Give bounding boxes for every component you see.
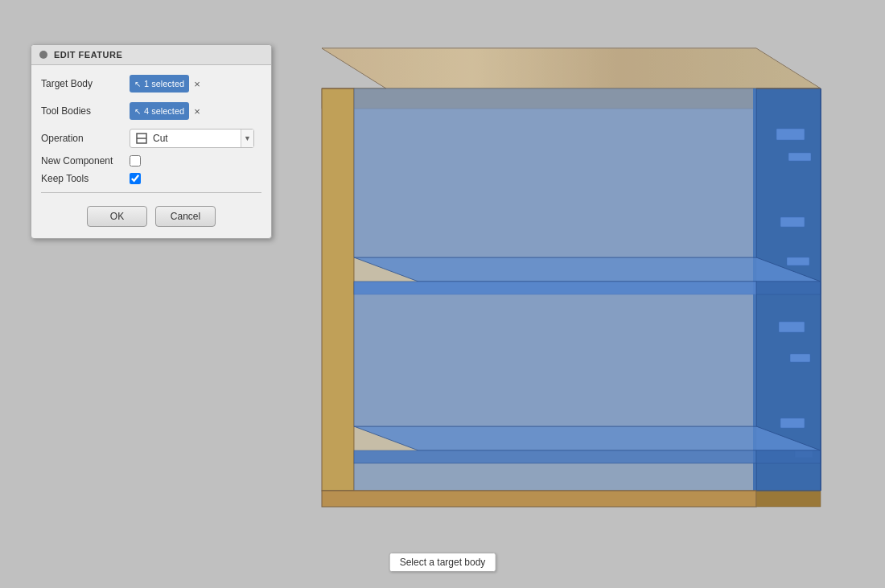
svg-rect-8	[776, 129, 805, 140]
tooltip-text: Select a target body	[400, 557, 486, 568]
svg-rect-10	[780, 217, 805, 227]
panel-header: EDIT FEATURE	[31, 45, 271, 65]
svg-rect-24	[354, 282, 756, 426]
operation-value: Cut ▼	[130, 129, 261, 148]
svg-marker-28	[756, 491, 821, 507]
cancel-button[interactable]: Cancel	[155, 206, 216, 227]
target-body-clear-btn[interactable]: ×	[192, 79, 202, 89]
svg-rect-13	[790, 354, 810, 362]
ok-button[interactable]: OK	[87, 206, 147, 227]
3d-viewport	[274, 24, 861, 571]
keep-tools-checkbox[interactable]	[130, 173, 141, 184]
svg-marker-20	[354, 426, 821, 450]
svg-rect-4	[322, 88, 354, 491]
operation-label: Operation	[41, 133, 130, 144]
tool-bodies-value: ↖ 4 selected ×	[130, 102, 261, 120]
svg-rect-21	[354, 450, 756, 463]
panel-title: EDIT FEATURE	[54, 50, 122, 60]
tool-bodies-clear-btn[interactable]: ×	[192, 106, 202, 117]
svg-marker-22	[756, 450, 821, 463]
svg-marker-19	[756, 282, 821, 294]
svg-rect-11	[787, 257, 809, 265]
tool-bodies-label: Tool Bodies	[41, 105, 130, 117]
button-row: OK Cancel	[41, 201, 261, 230]
new-component-label: New Component	[41, 155, 130, 167]
tool-bodies-row: Tool Bodies ↖ 4 selected ×	[41, 101, 261, 121]
cursor-icon-target: ↖	[134, 80, 141, 88]
svg-marker-1	[322, 48, 821, 88]
divider	[41, 192, 261, 193]
target-body-row: Target Body ↖ 1 selected ×	[41, 73, 261, 94]
svg-rect-23	[354, 88, 756, 257]
bookshelf-svg	[274, 24, 861, 571]
target-body-value: ↖ 1 selected ×	[130, 75, 261, 93]
new-component-row: New Component	[41, 155, 261, 167]
svg-rect-14	[780, 418, 805, 428]
target-body-label: Target Body	[41, 78, 130, 89]
tooltip-bar: Select a target body	[389, 553, 496, 572]
operation-row: Operation Cut ▼	[41, 128, 261, 149]
collapse-icon[interactable]	[39, 51, 47, 59]
svg-rect-12	[779, 322, 805, 332]
new-component-checkbox[interactable]	[130, 155, 141, 167]
operation-text: Cut	[153, 133, 241, 144]
tool-bodies-count: 4 selected	[144, 106, 184, 116]
panel-body: Target Body ↖ 1 selected × Tool Bodies ↖…	[31, 65, 271, 238]
svg-rect-9	[788, 153, 811, 161]
svg-marker-17	[354, 257, 821, 282]
target-body-count: 1 selected	[144, 79, 184, 88]
dropdown-arrow-icon[interactable]: ▼	[241, 130, 253, 147]
tool-bodies-badge[interactable]: ↖ 4 selected	[130, 102, 189, 120]
cursor-icon-tool: ↖	[134, 107, 141, 116]
operation-cut-icon	[134, 130, 150, 146]
keep-tools-row: Keep Tools	[41, 173, 261, 184]
operation-select[interactable]: Cut ▼	[130, 129, 254, 148]
target-body-badge[interactable]: ↖ 1 selected	[130, 75, 189, 93]
keep-tools-label: Keep Tools	[41, 173, 130, 184]
svg-rect-27	[322, 491, 756, 507]
svg-rect-25	[354, 463, 756, 491]
edit-feature-panel: EDIT FEATURE Target Body ↖ 1 selected × …	[31, 44, 272, 239]
